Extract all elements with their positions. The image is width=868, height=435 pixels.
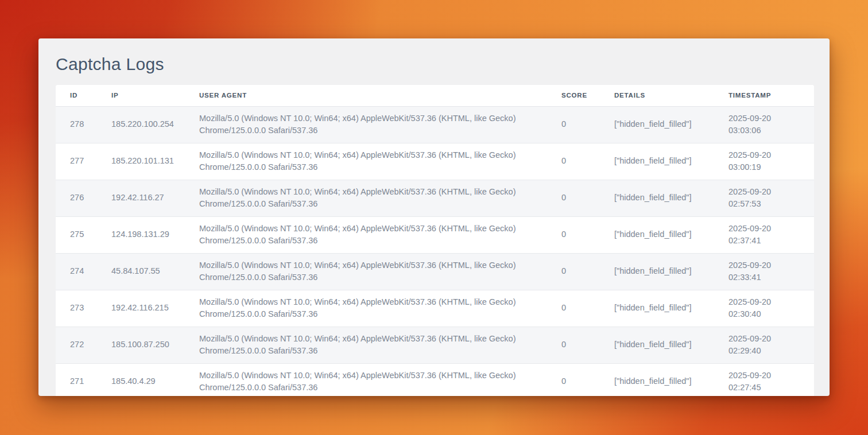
cell-id: 273 [56, 290, 111, 327]
cell-score: 0 [561, 327, 614, 363]
cell-timestamp: 2025-09-20 02:27:45 [728, 363, 814, 396]
cell-timestamp: 2025-09-20 02:37:41 [728, 216, 814, 253]
cell-score: 0 [561, 106, 614, 143]
cell-timestamp: 2025-09-20 03:00:19 [728, 143, 814, 180]
cell-details: ["hidden_field_filled"] [614, 290, 728, 327]
cell-ip: 192.42.116.27 [111, 180, 199, 216]
cell-id: 274 [56, 253, 111, 290]
cell-ip: 45.84.107.55 [111, 253, 199, 290]
cell-id: 275 [56, 216, 111, 253]
table-header-row: IDIPUSER AGENTSCOREDETAILSTIMESTAMP [56, 85, 814, 106]
cell-id: 271 [56, 363, 111, 396]
cell-details: ["hidden_field_filled"] [614, 363, 728, 396]
cell-user_agent: Mozilla/5.0 (Windows NT 10.0; Win64; x64… [199, 143, 561, 180]
cell-details: ["hidden_field_filled"] [614, 327, 728, 363]
table-row: 278185.220.100.254Mozilla/5.0 (Windows N… [56, 106, 814, 143]
cell-user_agent: Mozilla/5.0 (Windows NT 10.0; Win64; x64… [199, 290, 561, 327]
column-header-id: ID [56, 85, 111, 106]
cell-ip: 185.220.100.254 [111, 106, 199, 143]
cell-timestamp: 2025-09-20 02:29:40 [728, 327, 814, 363]
cell-ip: 185.100.87.250 [111, 327, 199, 363]
cell-details: ["hidden_field_filled"] [614, 106, 728, 143]
cell-score: 0 [561, 290, 614, 327]
cell-user_agent: Mozilla/5.0 (Windows NT 10.0; Win64; x64… [199, 327, 561, 363]
cell-score: 0 [561, 253, 614, 290]
table-row: 27445.84.107.55Mozilla/5.0 (Windows NT 1… [56, 253, 814, 290]
cell-timestamp: 2025-09-20 02:30:40 [728, 290, 814, 327]
captcha-logs-card: Captcha Logs IDIPUSER AGENTSCOREDETAILST… [38, 38, 830, 396]
cell-id: 278 [56, 106, 111, 143]
cell-user_agent: Mozilla/5.0 (Windows NT 10.0; Win64; x64… [199, 180, 561, 216]
column-header-timestamp: TIMESTAMP [728, 85, 814, 106]
cell-id: 277 [56, 143, 111, 180]
table-row: 276192.42.116.27Mozilla/5.0 (Windows NT … [56, 180, 814, 216]
captcha-logs-table: IDIPUSER AGENTSCOREDETAILSTIMESTAMP 2781… [56, 85, 814, 396]
cell-details: ["hidden_field_filled"] [614, 253, 728, 290]
cell-details: ["hidden_field_filled"] [614, 143, 728, 180]
logs-table-container: IDIPUSER AGENTSCOREDETAILSTIMESTAMP 2781… [56, 85, 814, 396]
cell-timestamp: 2025-09-20 02:33:41 [728, 253, 814, 290]
cell-score: 0 [561, 180, 614, 216]
table-row: 277185.220.101.131Mozilla/5.0 (Windows N… [56, 143, 814, 180]
cell-score: 0 [561, 363, 614, 396]
cell-user_agent: Mozilla/5.0 (Windows NT 10.0; Win64; x64… [199, 216, 561, 253]
cell-id: 276 [56, 180, 111, 216]
cell-user_agent: Mozilla/5.0 (Windows NT 10.0; Win64; x64… [199, 363, 561, 396]
table-row: 272185.100.87.250Mozilla/5.0 (Windows NT… [56, 327, 814, 363]
cell-ip: 185.40.4.29 [111, 363, 199, 396]
table-row: 273192.42.116.215Mozilla/5.0 (Windows NT… [56, 290, 814, 327]
cell-user_agent: Mozilla/5.0 (Windows NT 10.0; Win64; x64… [199, 106, 561, 143]
cell-timestamp: 2025-09-20 02:57:53 [728, 180, 814, 216]
table-row: 275124.198.131.29Mozilla/5.0 (Windows NT… [56, 216, 814, 253]
table-row: 271185.40.4.29Mozilla/5.0 (Windows NT 10… [56, 363, 814, 396]
cell-id: 272 [56, 327, 111, 363]
cell-score: 0 [561, 216, 614, 253]
page-title: Captcha Logs [56, 55, 814, 74]
column-header-ip: IP [111, 85, 199, 106]
column-header-score: SCORE [561, 85, 614, 106]
cell-details: ["hidden_field_filled"] [614, 216, 728, 253]
cell-ip: 185.220.101.131 [111, 143, 199, 180]
cell-score: 0 [561, 143, 614, 180]
cell-timestamp: 2025-09-20 03:03:06 [728, 106, 814, 143]
cell-details: ["hidden_field_filled"] [614, 180, 728, 216]
cell-user_agent: Mozilla/5.0 (Windows NT 10.0; Win64; x64… [199, 253, 561, 290]
cell-ip: 192.42.116.215 [111, 290, 199, 327]
cell-ip: 124.198.131.29 [111, 216, 199, 253]
column-header-details: DETAILS [614, 85, 728, 106]
column-header-user_agent: USER AGENT [199, 85, 561, 106]
